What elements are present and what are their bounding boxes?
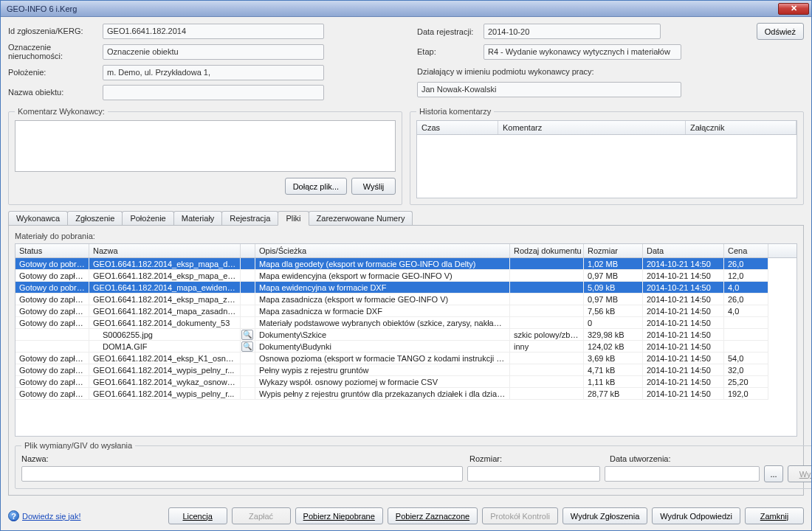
table-row[interactable]: Gotowy do zapłatyGEO1.6641.182.2014_eksp… xyxy=(16,270,796,282)
nazwa-field[interactable] xyxy=(103,85,324,100)
data-field[interactable] xyxy=(484,24,661,39)
table-row[interactable]: Gotowy do zapłatyGEO1.6641.182.2014_wypi… xyxy=(16,388,796,400)
close-button[interactable]: ✕ xyxy=(778,3,809,15)
cell-opis: Dokumenty\Szkice xyxy=(255,329,510,341)
col-rodzaj[interactable]: Rodzaj dokumentu xyxy=(510,244,584,257)
comment-send-button[interactable]: Wyślij xyxy=(351,178,396,195)
cell-lup xyxy=(241,388,255,400)
top-left: Id zgłoszenia/KERG: Oznaczenie nieruchom… xyxy=(8,23,395,104)
attach-file-button[interactable]: Dołącz plik... xyxy=(285,178,347,195)
cell-opis: Pełny wypis z rejestru gruntów xyxy=(255,364,510,376)
help-text: Dowiedz się jak! xyxy=(22,512,80,521)
cell-rozmiar: 4,71 kB xyxy=(584,364,643,376)
cell-status: Gotowy do zapłaty xyxy=(16,376,89,388)
zamknij-button[interactable]: Zamknij xyxy=(745,507,804,524)
col-nazwa[interactable]: Nazwa xyxy=(89,244,241,257)
tab-zarezerwowane-numery[interactable]: Zarezerwowane Numery xyxy=(309,211,413,225)
browse-button[interactable]: ... xyxy=(764,465,783,482)
tab-wykonawca[interactable]: Wykonawca xyxy=(8,211,68,225)
table-row[interactable]: Gotowy do zapłatyGEO1.6641.182.2014_wypi… xyxy=(16,364,796,376)
wydruk-zgl-button[interactable]: Wydruk Zgłoszenia xyxy=(562,507,647,524)
cell-rodzaj xyxy=(510,305,584,317)
table-row[interactable]: Gotowy do zapłatyGEO1.6641.182.2014_mapa… xyxy=(16,305,796,317)
col-rozmiar[interactable]: Rozmiar xyxy=(584,244,643,257)
cell-status: Gotowy do pobrania xyxy=(16,282,89,294)
col-cena[interactable]: Cena xyxy=(724,244,768,257)
tab-rejestracja[interactable]: Rejestracja xyxy=(221,211,278,225)
cell-rodzaj xyxy=(510,294,584,305)
agent-field[interactable] xyxy=(417,82,681,97)
ozn-label: Oznaczenie nieruchomości: xyxy=(8,43,103,60)
cell-status: Gotowy do zapłaty xyxy=(16,388,89,400)
ozn-field[interactable] xyxy=(103,44,324,60)
magnifier-icon[interactable]: 🔍 xyxy=(241,341,253,352)
pol-field[interactable] xyxy=(103,65,324,80)
data-label: Data rejestracji: xyxy=(417,27,484,36)
cell-rodzaj xyxy=(510,258,584,270)
cell-rodzaj: inny xyxy=(510,341,584,353)
wydruk-odp-button[interactable]: Wydruk Odpowiedzi xyxy=(652,507,740,524)
comment-input[interactable] xyxy=(15,120,396,172)
pobierz-zaznaczone-button[interactable]: Pobierz Zaznaczone xyxy=(388,507,478,524)
help-icon: ? xyxy=(8,510,19,521)
cell-cena: 12,0 xyxy=(724,270,768,282)
table-row[interactable]: DOM1A.GIF🔍Dokumenty\Budynkiinny124,02 kB… xyxy=(16,341,796,353)
id-field[interactable] xyxy=(103,24,324,39)
tab-pliki[interactable]: Pliki xyxy=(278,211,309,226)
send-legend: Plik wymiany/GIV do wysłania xyxy=(21,441,135,450)
cell-nazwa: GEO1.6641.182.2014_mapa_zasadnic... xyxy=(89,305,241,317)
table-row[interactable]: S0006255.jpg🔍Dokumenty\Szkiceszkic polow… xyxy=(16,329,796,341)
col-status[interactable]: Status xyxy=(16,244,89,257)
protokol-button[interactable]: Protokół Kontroli xyxy=(482,507,558,524)
cell-data: 2014-10-21 14:50 xyxy=(643,329,724,341)
send-nazwa-input[interactable] xyxy=(21,466,463,482)
table-row[interactable]: Gotowy do zapłatyGEO1.6641.182.2014_wyka… xyxy=(16,376,796,388)
cell-data: 2014-10-21 14:50 xyxy=(643,353,724,364)
history-col-zal[interactable]: Załącznik xyxy=(686,121,796,134)
magnifier-icon[interactable]: 🔍 xyxy=(241,330,253,340)
pobierz-niepobrane-button[interactable]: Pobierz Niepobrane xyxy=(295,507,383,524)
send-rozmiar-input[interactable] xyxy=(467,466,600,482)
history-col-komentarz[interactable]: Komentarz xyxy=(498,121,686,134)
tab-panel-pliki: Materiały do pobrania: Status Nazwa Opis… xyxy=(8,226,804,496)
cell-data: 2014-10-21 14:50 xyxy=(643,364,724,376)
licencja-button[interactable]: Licencja xyxy=(168,507,227,524)
col-opis[interactable]: Opis/Ścieżka xyxy=(255,244,510,257)
col-data[interactable]: Data xyxy=(643,244,724,257)
cell-cena: 26,0 xyxy=(724,258,768,270)
send-labels: Nazwa: Rozmiar: Data utworzenia: xyxy=(21,454,811,463)
cell-nazwa: GEO1.6641.182.2014_dokumenty_53 xyxy=(89,317,241,329)
etap-field[interactable] xyxy=(484,44,681,60)
cell-nazwa: GEO1.6641.182.2014_mapa_ewidenc... xyxy=(89,282,241,294)
cell-opis: Mapa zasadnicza w formacie DXF xyxy=(255,305,510,317)
history-col-czas[interactable]: Czas xyxy=(417,121,498,134)
cell-data: 2014-10-21 14:50 xyxy=(643,282,724,294)
help-link[interactable]: ? Dowiedz się jak! xyxy=(8,510,80,521)
zaplac-button[interactable]: Zapłać xyxy=(232,507,291,524)
cell-rodzaj xyxy=(510,364,584,376)
table-row[interactable]: Gotowy do zapłatyGEO1.6641.182.2014_eksp… xyxy=(16,353,796,364)
cell-rodzaj: szkic polowy/zbió... xyxy=(510,329,584,341)
tab-zgłoszenie[interactable]: Zgłoszenie xyxy=(67,211,123,225)
tabs: WykonawcaZgłoszeniePołożenieMateriałyRej… xyxy=(8,211,804,226)
table-row[interactable]: Gotowy do pobraniaGEO1.6641.182.2014_eks… xyxy=(16,258,796,270)
table-row[interactable]: Gotowy do pobraniaGEO1.6641.182.2014_map… xyxy=(16,282,796,294)
cell-rozmiar: 329,98 kB xyxy=(584,329,643,341)
refresh-button[interactable]: Odśwież xyxy=(757,23,804,40)
cell-status xyxy=(16,329,89,341)
cell-data: 2014-10-21 14:50 xyxy=(643,270,724,282)
cell-lup xyxy=(241,305,255,317)
cell-lup xyxy=(241,294,255,305)
tab-położenie[interactable]: Położenie xyxy=(122,211,173,225)
cell-rozmiar: 3,69 kB xyxy=(584,353,643,364)
cell-cena xyxy=(724,341,768,353)
table-row[interactable]: Gotowy do zapłatyGEO1.6641.182.2014_doku… xyxy=(16,317,796,329)
send-data-input[interactable] xyxy=(605,466,760,482)
table-row[interactable]: Gotowy do zapłatyGEO1.6641.182.2014_eksp… xyxy=(16,294,796,305)
send-group: Plik wymiany/GIV do wysłania Nazwa: Rozm… xyxy=(15,441,811,489)
send-file-button[interactable]: Wyślij xyxy=(788,465,811,482)
cell-lup: 🔍 xyxy=(241,341,255,353)
cell-rozmiar: 0,97 MB xyxy=(584,270,643,282)
tab-materiały[interactable]: Materiały xyxy=(173,211,223,225)
top-section: Id zgłoszenia/KERG: Oznaczenie nieruchom… xyxy=(8,23,804,104)
